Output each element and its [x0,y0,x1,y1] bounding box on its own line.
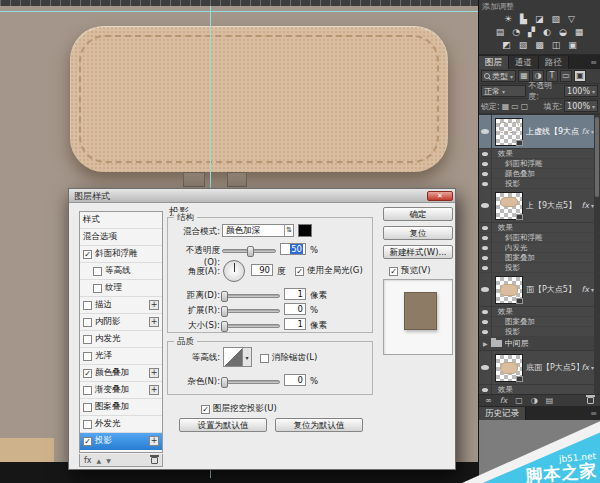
effects-header-row[interactable]: 效果 [479,385,600,394]
scrollbar-thumb[interactable] [595,117,599,197]
vibrance-icon[interactable]: ▽ [568,13,575,26]
horizontal-guide[interactable] [0,11,478,12]
effect-row[interactable]: 投影 [479,263,600,273]
panel-menu-icon[interactable]: ≡ [590,56,600,69]
effects-header-row[interactable]: 效果 [479,223,600,233]
global-light-checkbox[interactable]: ✓ 使用全局光(G) [295,265,363,277]
distance-slider[interactable] [222,294,280,298]
panel-menu-icon[interactable]: ≡ [590,407,600,420]
new-adjustment-icon[interactable]: ◑ [531,396,538,405]
add-instance-icon[interactable]: + [149,317,159,327]
checkbox[interactable]: ✓ [83,250,92,259]
stepper-icon[interactable]: ⇅ [284,225,293,236]
visibility-eye-icon[interactable] [482,388,488,392]
visibility-eye-icon[interactable] [482,172,488,176]
style-item-satin[interactable]: 光泽 [80,348,162,365]
size-input[interactable]: 1 [284,318,306,330]
filter-type-select[interactable]: 类型 ▾ [481,70,516,82]
layer-group-row[interactable]: ▶ 中间层 [479,337,600,351]
visibility-eye-icon[interactable] [481,365,489,370]
effect-row[interactable]: 投影 [479,327,600,337]
shadow-color-swatch[interactable] [298,224,312,237]
layer-thumbnail[interactable] [495,276,523,304]
add-mask-icon[interactable]: ▢ [515,396,523,405]
style-item-drop-shadow[interactable]: ✓投影+ [80,433,162,450]
blending-options-item[interactable]: 混合选项 [80,229,162,246]
checkbox[interactable] [83,301,92,310]
tab-paths[interactable]: 路径 [539,56,569,69]
style-item-contour[interactable]: 等高线 [80,263,162,280]
preview-checkbox[interactable]: ✓ 预览(V) [389,265,430,277]
style-item-color-overlay[interactable]: ✓颜色叠加+ [80,365,162,382]
link-layers-icon[interactable]: ∞ [485,396,492,405]
layer-style-fx-icon[interactable]: fx [500,396,508,405]
layer-thumbnail[interactable] [495,118,523,146]
layer-list-scrollbar[interactable] [594,115,600,394]
style-item-pattern-overlay[interactable]: 图案叠加 [80,399,162,416]
selective-color-icon[interactable]: ◫ [552,39,561,52]
channel-mixer-icon[interactable]: ◒ [559,26,567,39]
tab-channels[interactable]: 通道 [509,56,539,69]
style-item-inner-glow[interactable]: 内发光 [80,331,162,348]
dialog-titlebar[interactable]: 图层样式 ✕ [69,189,455,203]
size-slider[interactable] [222,324,280,328]
blend-mode-select[interactable]: 颜色加深 ⇅ [222,224,294,237]
fx-badge[interactable]: fx [579,363,591,372]
spread-input[interactable]: 0 [284,303,306,315]
slider-thumb[interactable] [221,306,228,317]
color-balance-icon[interactable]: ◔ [512,26,520,39]
fx-menu-button[interactable]: fx [84,456,92,465]
checkbox[interactable]: ✓ [83,437,92,446]
fx-badge[interactable]: fx [579,201,591,210]
angle-input[interactable]: 90 [251,264,273,276]
caret-right-icon[interactable]: ▶ [479,340,488,347]
lock-transparency-icon[interactable]: ▦ [502,102,510,111]
tab-layers[interactable]: 图层 [479,56,509,69]
close-icon[interactable]: ✕ [427,191,453,201]
visibility-eye-icon[interactable] [481,129,489,134]
layer-row-top-dashed[interactable]: 上虚线【9大点… fx ▾ [479,115,600,149]
visibility-eye-icon[interactable] [482,266,488,270]
add-instance-icon[interactable]: + [149,385,159,395]
angle-dial[interactable] [223,260,245,282]
checkbox[interactable] [93,267,102,276]
visibility-eye-icon[interactable] [481,203,489,208]
add-instance-icon[interactable]: + [149,368,159,378]
filter-toggle-icon[interactable]: ▣ [574,70,586,82]
add-instance-icon[interactable]: + [149,300,159,310]
threshold-icon[interactable]: ▩ [535,39,544,52]
slider-thumb[interactable] [221,291,228,302]
noise-slider[interactable] [222,380,280,384]
knockout-checkbox[interactable]: ✓ 图层挖空投影(U) [201,403,277,415]
leather-object[interactable] [70,26,448,172]
black-white-icon[interactable]: ▞ [528,26,535,39]
visibility-eye-icon[interactable] [482,162,488,166]
layer-thumbnail[interactable] [495,192,523,220]
slider-thumb[interactable] [221,321,228,332]
layer-row-face[interactable]: 面【P大点5】 fx ▾ [479,273,600,307]
effect-row[interactable]: 投影 [479,179,600,189]
style-item-inner-shadow[interactable]: 内阴影+ [80,314,162,331]
fx-badge[interactable]: fx [579,127,591,136]
visibility-eye-icon[interactable] [482,256,488,260]
effects-header-row[interactable]: 效果 [479,307,600,317]
checkbox[interactable] [93,284,102,293]
effect-row[interactable]: 图案叠加 [479,253,600,263]
checkbox[interactable] [83,403,92,412]
invert-icon[interactable]: ◩ [502,39,511,52]
levels-icon[interactable]: ▙ [520,13,527,26]
lock-position-icon[interactable]: ▭ [511,102,519,111]
ok-button[interactable]: 确定 [383,207,453,221]
reset-default-button[interactable]: 复位为默认值 [275,418,363,432]
styles-header[interactable]: 样式 [80,212,162,229]
contour-dropdown-icon[interactable]: ▾ [243,347,252,367]
layer-thumbnail[interactable] [495,354,523,382]
brightness-contrast-icon[interactable]: ☀ [504,13,512,26]
style-item-texture[interactable]: 纹理 [80,280,162,297]
checkbox[interactable] [83,386,92,395]
style-item-outer-glow[interactable]: 外发光 [80,416,162,433]
slider-thumb[interactable] [221,377,228,388]
layer-opacity-select[interactable]: 100% ▾ [564,85,598,97]
set-default-button[interactable]: 设置为默认值 [179,418,267,432]
effect-row[interactable]: 颜色叠加 [479,169,600,179]
